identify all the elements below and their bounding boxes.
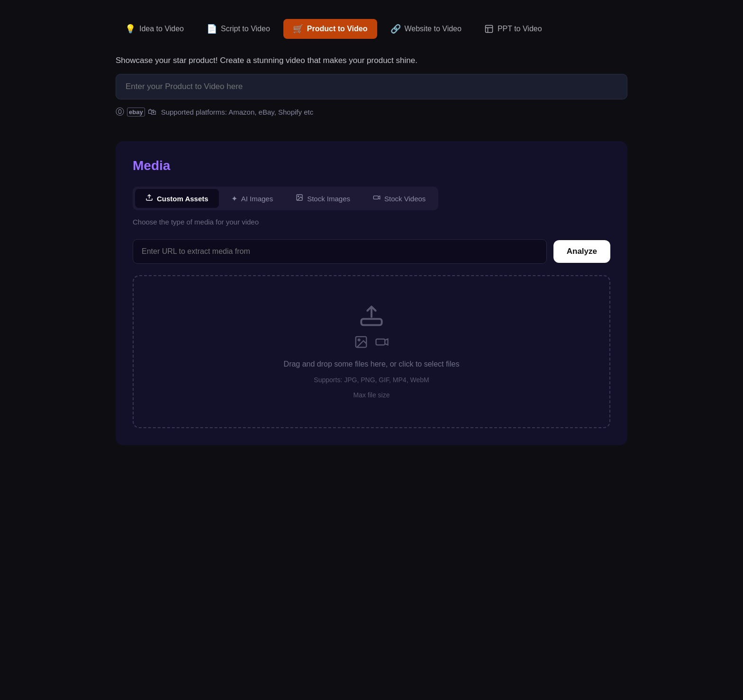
product-url-input-wrapper[interactable] <box>116 74 627 99</box>
tab-website-to-video[interactable]: 🔗 Website to Video <box>381 19 471 39</box>
tab-product-to-video[interactable]: 🛒 Product to Video <box>283 19 377 39</box>
image-icon <box>296 194 303 203</box>
image-placeholder-icon <box>354 335 368 352</box>
media-type-tabs: Custom Assets ✦ AI Images Stock Images <box>133 187 438 210</box>
script-icon: 📄 <box>207 24 217 34</box>
media-type-icons-row <box>354 335 389 352</box>
url-extract-input-wrapper[interactable] <box>133 239 547 264</box>
tab-script-to-video[interactable]: 📄 Script to Video <box>197 19 280 39</box>
media-tab-ai-images[interactable]: ✦ AI Images <box>221 189 284 208</box>
upload-icon-wrapper <box>354 305 389 352</box>
svg-point-9 <box>358 339 360 341</box>
idea-icon: 💡 <box>125 24 136 34</box>
media-title: Media <box>133 158 610 173</box>
hero-subtitle: Showcase your star product! Create a stu… <box>116 56 627 65</box>
url-extract-input[interactable] <box>142 247 527 256</box>
analyze-button[interactable]: Analyze <box>553 240 610 263</box>
drop-text: Drag and drop some files here, or click … <box>284 360 460 368</box>
video-placeholder-icon <box>375 335 389 352</box>
platform-row: ⓪ ebay 🛍 Supported platforms: Amazon, eB… <box>116 106 627 117</box>
media-tab-custom-assets[interactable]: Custom Assets <box>135 189 219 208</box>
media-section: Media Custom Assets ✦ AI Images <box>116 141 627 445</box>
product-icon: 🛒 <box>293 24 303 34</box>
svg-rect-10 <box>376 339 385 345</box>
ppt-icon <box>484 24 494 34</box>
ebay-icon: ebay <box>127 108 145 117</box>
svg-rect-0 <box>485 26 492 33</box>
svg-rect-7 <box>361 319 381 325</box>
website-icon: 🔗 <box>390 24 401 34</box>
media-tab-stock-videos[interactable]: Stock Videos <box>362 189 436 208</box>
platform-icons: ⓪ ebay 🛍 <box>116 106 156 117</box>
tab-ppt-to-video[interactable]: PPT to Video <box>475 19 552 38</box>
media-subtitle: Choose the type of media for your video <box>133 218 610 226</box>
url-extract-row: Analyze <box>133 239 610 264</box>
sparkle-icon: ✦ <box>231 194 237 203</box>
video-icon <box>373 194 381 203</box>
svg-point-5 <box>298 196 299 197</box>
link-icon <box>527 246 538 257</box>
media-tab-stock-images[interactable]: Stock Images <box>285 189 361 208</box>
upload-arrow-icon <box>359 305 384 329</box>
svg-rect-6 <box>373 196 378 199</box>
platform-label: Supported platforms: Amazon, eBay, Shopi… <box>161 108 314 116</box>
nav-tabs: 💡 Idea to Video 📄 Script to Video 🛒 Prod… <box>116 19 627 39</box>
upload-icon <box>145 194 153 203</box>
shopify-icon: 🛍 <box>148 107 156 117</box>
tab-idea-to-video[interactable]: 💡 Idea to Video <box>116 19 193 39</box>
amazon-icon: ⓪ <box>116 106 124 117</box>
file-drop-zone[interactable]: Drag and drop some files here, or click … <box>133 275 610 428</box>
supports-text: Supports: JPG, PNG, GIF, MP4, WebM <box>314 376 429 384</box>
max-size-text: Max file size <box>353 391 390 399</box>
product-url-input[interactable] <box>126 82 617 91</box>
